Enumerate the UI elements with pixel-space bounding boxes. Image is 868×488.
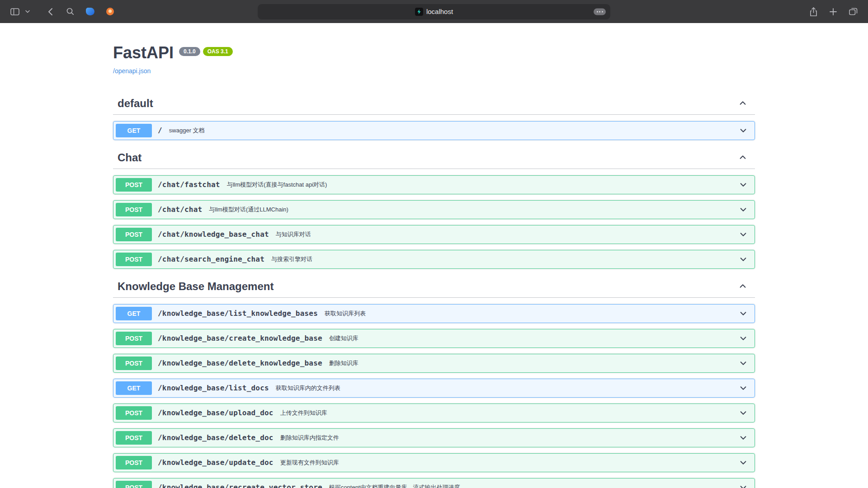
operation-path: /chat/knowledge_base_chat — [158, 230, 269, 239]
search-button[interactable] — [62, 4, 78, 19]
method-badge: GET — [116, 124, 152, 137]
version-badge: 0.1.0 — [179, 47, 200, 56]
operation-row[interactable]: POST /knowledge_base/delete_knowledge_ba… — [113, 354, 755, 373]
chevron-up-icon — [739, 282, 747, 291]
sidebar-toggle-button[interactable] — [7, 4, 23, 19]
sidebar-icon — [10, 8, 19, 15]
method-badge: POST — [116, 228, 152, 241]
chevron-down-icon[interactable] — [737, 482, 749, 488]
chevron-left-icon — [48, 8, 53, 16]
operation-row[interactable]: POST /knowledge_base/recreate_vector_sto… — [113, 478, 755, 488]
operation-description: 获取知识库列表 — [325, 310, 366, 318]
chevron-down-icon[interactable] — [737, 308, 749, 319]
operation-description: 与llm模型对话(通过LLMChain) — [209, 206, 288, 214]
oas-badge: OAS 3.1 — [203, 47, 233, 56]
api-title-text: FastAPI — [113, 44, 174, 62]
operation-path: /knowledge_base/upload_doc — [158, 408, 274, 417]
chevron-down-icon[interactable] — [737, 357, 749, 369]
operation-description: swagger 文档 — [169, 127, 205, 135]
operation-path: /knowledge_base/list_docs — [158, 384, 269, 392]
new-tab-button[interactable] — [826, 4, 841, 19]
tabs-icon — [849, 8, 858, 15]
section-header-knowledge-base-management[interactable]: Knowledge Base Management — [113, 276, 755, 298]
operation-path: /knowledge_base/list_knowledge_bases — [158, 309, 318, 318]
operation-row[interactable]: POST /chat/fastchat 与llm模型对话(直接与fastchat… — [113, 175, 755, 194]
collapse-section-button[interactable] — [737, 151, 749, 164]
section-title: Chat — [118, 151, 142, 164]
method-badge: GET — [116, 381, 152, 395]
tab-overview-button[interactable] — [845, 4, 861, 19]
chevron-down-icon[interactable] — [737, 407, 749, 419]
openapi-spec-link[interactable]: /openapi.json — [113, 67, 151, 75]
operation-row[interactable]: POST /knowledge_base/update_doc 更新现有文件到知… — [113, 453, 755, 472]
operation-description: 删除知识库内指定文件 — [280, 434, 339, 442]
operation-description: 根据content中文档重建向量库，流式输出处理进度。 — [329, 483, 466, 488]
chevron-down-icon — [25, 10, 30, 13]
section-title: Knowledge Base Management — [118, 280, 274, 293]
operation-description: 创建知识库 — [329, 334, 359, 343]
section-default: default GET / swagger 文档 — [113, 93, 755, 140]
collapse-section-button[interactable] — [737, 280, 749, 293]
method-badge: GET — [116, 307, 152, 320]
operation-description: 与搜索引擎对话 — [271, 255, 312, 263]
operation-path: /chat/fastchat — [158, 180, 220, 189]
chevron-down-icon[interactable] — [737, 229, 749, 240]
operation-description: 与知识库对话 — [276, 230, 311, 239]
method-badge: POST — [116, 406, 152, 420]
address-bar-url: localhost — [426, 8, 453, 15]
method-badge: POST — [116, 357, 152, 370]
method-badge: POST — [116, 178, 152, 192]
section-knowledge-base-management: Knowledge Base Management GET /knowledge… — [113, 276, 755, 488]
operation-row[interactable]: POST /knowledge_base/create_knowledge_ba… — [113, 329, 755, 348]
operation-path: /knowledge_base/recreate_vector_store — [158, 483, 322, 488]
method-badge: POST — [116, 481, 152, 488]
chevron-up-icon — [739, 153, 747, 163]
extension-orange-button[interactable] — [102, 4, 118, 19]
site-favicon — [415, 8, 423, 16]
method-badge: POST — [116, 431, 152, 445]
chevron-down-icon[interactable] — [737, 382, 749, 394]
operation-row[interactable]: POST /chat/search_engine_chat 与搜索引擎对话 — [113, 250, 755, 269]
operation-row[interactable]: POST /chat/knowledge_base_chat 与知识库对话 — [113, 225, 755, 244]
extension-blue-button[interactable] — [82, 4, 98, 19]
operation-row[interactable]: GET /knowledge_base/list_docs 获取知识库内的文件列… — [113, 379, 755, 398]
chevron-down-icon[interactable] — [737, 432, 749, 444]
share-button[interactable] — [806, 4, 821, 19]
method-badge: POST — [116, 456, 152, 469]
api-title: FastAPI 0.1.0 OAS 3.1 — [113, 44, 755, 62]
chevron-down-icon[interactable] — [737, 179, 749, 191]
page-settings-icon[interactable] — [594, 8, 606, 15]
section-title: default — [118, 97, 153, 110]
operation-path: /knowledge_base/update_doc — [158, 458, 274, 467]
extension-blue-icon — [86, 8, 94, 15]
operation-path: /chat/search_engine_chat — [158, 255, 264, 263]
chevron-down-icon[interactable] — [737, 333, 749, 344]
operation-path: /knowledge_base/delete_doc — [158, 433, 274, 442]
method-badge: POST — [116, 253, 152, 266]
chevron-down-icon[interactable] — [737, 457, 749, 469]
chevron-down-icon[interactable] — [737, 204, 749, 216]
search-icon — [66, 8, 74, 15]
operations-list: default GET / swagger 文档 — [113, 93, 755, 488]
address-bar[interactable]: localhost — [258, 4, 610, 19]
operation-row[interactable]: POST /chat/chat 与llm模型对话(通过LLMChain) — [113, 200, 755, 219]
chevron-down-icon[interactable] — [737, 125, 749, 136]
collapse-section-button[interactable] — [737, 97, 749, 110]
browser-toolbar: localhost — [0, 0, 868, 23]
operation-description: 更新现有文件到知识库 — [280, 459, 339, 467]
section-header-chat[interactable]: Chat — [113, 147, 755, 169]
operation-path: / — [158, 126, 162, 135]
chevron-down-icon[interactable] — [737, 253, 749, 265]
sidebar-menu-chevron-button[interactable] — [24, 4, 32, 19]
plus-icon — [830, 8, 837, 15]
section-header-default[interactable]: default — [113, 93, 755, 115]
operation-row[interactable]: GET /knowledge_base/list_knowledge_bases… — [113, 304, 755, 323]
operation-row[interactable]: POST /knowledge_base/upload_doc 上传文件到知识库 — [113, 404, 755, 422]
operation-row[interactable]: GET / swagger 文档 — [113, 121, 755, 140]
operation-path: /knowledge_base/create_knowledge_base — [158, 334, 322, 343]
operation-description: 获取知识库内的文件列表 — [276, 384, 340, 392]
operation-description: 与llm模型对话(直接与fastchat api对话) — [227, 181, 327, 189]
operation-row[interactable]: POST /knowledge_base/delete_doc 删除知识库内指定… — [113, 428, 755, 447]
back-button[interactable] — [42, 4, 58, 19]
swagger-page: FastAPI 0.1.0 OAS 3.1 /openapi.json defa… — [0, 23, 868, 488]
